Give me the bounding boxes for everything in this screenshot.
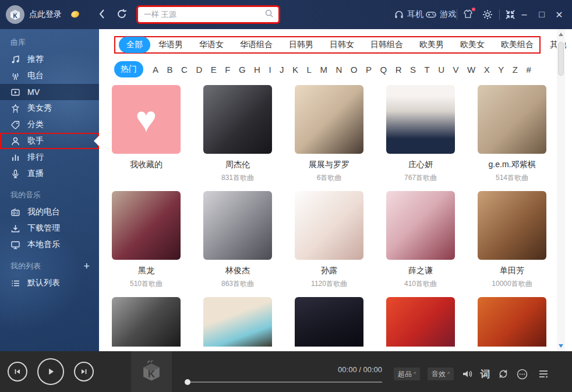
minimize-button[interactable]: – — [517, 0, 531, 29]
letter-filter[interactable]: M — [320, 65, 327, 75]
search-icon[interactable] — [264, 9, 274, 20]
sidebar-item-my-radio[interactable]: 我的电台 — [0, 204, 99, 220]
letter-filter[interactable]: P — [366, 65, 372, 75]
letter-filter[interactable]: V — [453, 65, 459, 75]
hot-filter-pill[interactable]: 热门 — [114, 61, 143, 77]
letter-filter[interactable]: H — [254, 65, 260, 75]
artist-card[interactable]: 展展与罗罗 6首歌曲 — [295, 85, 363, 183]
sidebar-item-download-manager[interactable]: 下载管理 — [0, 220, 99, 236]
artist-avatar[interactable] — [478, 297, 546, 347]
more-options-button[interactable] — [515, 368, 528, 380]
letter-filter[interactable]: Q — [380, 65, 387, 75]
game-button[interactable]: 游戏 — [425, 0, 456, 29]
letter-filter[interactable]: D — [196, 65, 202, 75]
add-playlist-button[interactable]: + — [83, 260, 90, 273]
letter-filter[interactable]: B — [167, 65, 173, 75]
artist-avatar[interactable] — [112, 297, 181, 347]
repeat-mode-button[interactable] — [497, 368, 510, 380]
artist-card[interactable] — [112, 297, 181, 347]
close-button[interactable]: ✕ — [552, 0, 566, 29]
category-tab[interactable]: 日韩女 — [322, 37, 362, 52]
letter-filter[interactable]: O — [351, 65, 358, 75]
sidebar-item-ranking[interactable]: 排行 — [0, 149, 99, 165]
letter-filter[interactable]: J — [280, 65, 284, 75]
artist-avatar[interactable] — [478, 85, 546, 154]
sidebar-item-beauty-show[interactable]: 美女秀 — [0, 100, 99, 116]
artist-avatar[interactable] — [295, 297, 363, 347]
category-tab[interactable]: 欧美组合 — [493, 37, 542, 52]
scroll-down-arrow[interactable] — [559, 344, 563, 348]
app-logo[interactable]: K — [6, 5, 24, 24]
scrollbar-thumb[interactable] — [558, 42, 564, 76]
artist-card[interactable] — [295, 297, 363, 347]
letter-filter[interactable]: G — [239, 65, 246, 75]
mini-mode-button[interactable] — [504, 9, 516, 20]
letter-filter[interactable]: X — [484, 65, 490, 75]
artist-avatar[interactable] — [478, 191, 546, 260]
artist-avatar[interactable] — [386, 297, 455, 347]
letter-filter[interactable]: K — [292, 65, 298, 75]
volume-button[interactable] — [461, 368, 474, 380]
letter-filter[interactable]: W — [467, 65, 475, 75]
search-input[interactable] — [138, 10, 264, 19]
category-tab[interactable]: 华语女 — [191, 37, 232, 52]
sidebar-item-recommend[interactable]: 推荐 — [0, 51, 99, 68]
favorites-card[interactable]: ♥ 我收藏的 — [112, 85, 181, 183]
artist-card[interactable]: 单田芳 10000首歌曲 — [478, 191, 546, 289]
letter-filter[interactable]: F — [225, 65, 230, 75]
artist-card[interactable]: 黑龙 510首歌曲 — [112, 191, 181, 289]
category-tab[interactable]: 全部 — [119, 37, 150, 53]
artist-card[interactable] — [386, 297, 455, 347]
play-queue-button[interactable] — [537, 368, 550, 380]
sidebar-item-live[interactable]: 直播 — [0, 165, 99, 182]
artist-avatar[interactable] — [203, 85, 272, 154]
artist-card[interactable]: 庄心妍 767首歌曲 — [386, 85, 455, 183]
headset-button[interactable]: 耳机 — [394, 0, 423, 29]
sidebar-item-category[interactable]: 分类 — [0, 116, 99, 133]
category-tab[interactable]: 华语组合 — [232, 37, 281, 52]
sound-effect-button[interactable]: 音效 ^ — [428, 368, 454, 380]
letter-filter[interactable]: C — [181, 65, 188, 75]
refresh-button[interactable] — [115, 8, 128, 23]
scroll-up-arrow[interactable] — [559, 33, 563, 36]
letter-filter[interactable]: # — [526, 65, 531, 75]
sidebar-item-radio[interactable]: 电台 — [0, 68, 99, 84]
letter-filter[interactable]: T — [425, 65, 430, 75]
back-button[interactable] — [97, 8, 108, 23]
category-tab[interactable]: 欧美男 — [411, 37, 452, 52]
category-tab[interactable]: 华语男 — [150, 37, 191, 52]
settings-button[interactable] — [482, 9, 493, 20]
category-tab[interactable]: 日韩男 — [281, 37, 322, 52]
sidebar-item-local-music[interactable]: 本地音乐 — [0, 236, 99, 253]
play-button[interactable] — [37, 358, 64, 385]
letter-filter[interactable]: L — [307, 65, 312, 75]
artist-avatar[interactable] — [203, 297, 272, 347]
login-link[interactable]: 点此登录 — [29, 9, 62, 20]
artist-avatar[interactable] — [203, 191, 272, 260]
artist-card[interactable]: 薛之谦 410首歌曲 — [386, 191, 455, 289]
progress-bar[interactable] — [186, 382, 382, 383]
artist-avatar[interactable] — [112, 191, 181, 260]
artist-avatar[interactable] — [295, 85, 363, 154]
letter-filter[interactable]: Z — [513, 65, 518, 75]
skin-button[interactable] — [462, 9, 474, 20]
artist-avatar[interactable] — [386, 191, 455, 260]
category-tab[interactable]: 欧美女 — [452, 37, 493, 52]
progress-handle[interactable] — [185, 379, 190, 385]
scrollbar[interactable] — [557, 29, 565, 351]
category-tab[interactable]: 日韩组合 — [362, 37, 411, 52]
letter-filter[interactable]: Y — [498, 65, 504, 75]
artist-card[interactable] — [478, 297, 546, 347]
search-box[interactable] — [138, 7, 278, 22]
maximize-button[interactable]: □ — [535, 0, 549, 29]
letter-filter[interactable]: N — [336, 65, 342, 75]
letter-filter[interactable]: A — [153, 65, 158, 75]
letter-filter[interactable]: R — [396, 65, 402, 75]
artist-card[interactable]: 林俊杰 863首歌曲 — [203, 191, 272, 289]
artist-avatar[interactable] — [295, 191, 363, 260]
artist-card[interactable]: g.e.m.邓紫棋 514首歌曲 — [478, 85, 546, 183]
artist-card[interactable]: 周杰伦 831首歌曲 — [203, 85, 272, 183]
favorites-avatar[interactable]: ♥ — [112, 85, 181, 154]
previous-track-button[interactable] — [8, 362, 27, 382]
quality-button[interactable]: 超品 ^ — [394, 368, 420, 380]
